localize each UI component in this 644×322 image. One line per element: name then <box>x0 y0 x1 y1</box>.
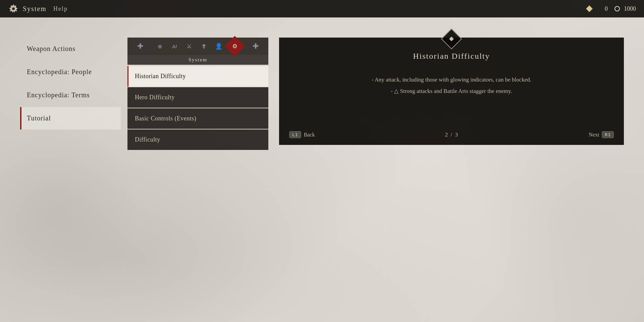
detail-title: Historian Difficulty <box>292 52 610 61</box>
menu-list: Historian Difficulty Hero Difficulty Bas… <box>127 66 268 150</box>
next-button-label: Next <box>589 132 599 138</box>
next-key-badge: R1 <box>602 131 614 138</box>
menu-item-hero-difficulty[interactable]: Hero Difficulty <box>127 87 268 108</box>
tab-icon-ai[interactable]: AI <box>168 40 180 52</box>
topbar-system-label: System <box>23 5 47 13</box>
detail-footer: L1 Back 2 / 3 Next R1 <box>279 131 624 138</box>
currency1-value: 0 <box>594 5 608 12</box>
sidebar-item-label: Tutorial <box>27 114 51 122</box>
back-key-badge: L1 <box>289 131 301 138</box>
sidebar-item-label: Encyclopedia: People <box>27 68 92 76</box>
menu-item-label: Hero Difficulty <box>135 94 175 101</box>
menu-item-basic-controls[interactable]: Basic Controls (Events) <box>127 108 268 129</box>
top-bar-left: System Help <box>8 3 68 14</box>
menu-item-label: Difficulty <box>135 136 160 143</box>
detail-content: - Any attack, including those with glowi… <box>292 74 610 97</box>
tab-icon-sword[interactable]: ⚔ <box>183 40 195 52</box>
topbar-help-label: Help <box>53 5 68 12</box>
detail-line-2: - △ Strong attacks and Battle Arts stagg… <box>292 86 610 97</box>
nav-left-button[interactable]: ✚ <box>134 40 146 52</box>
tab-icons-row: ✚ ⊕ AI ⚔ 🗡 👤 ⚙ ✚ <box>127 38 268 55</box>
top-bar-right: 0 1000 <box>587 5 636 12</box>
sidebar-item-encyclopedia-people[interactable]: Encyclopedia: People <box>20 61 121 83</box>
sidebar-item-encyclopedia-terms[interactable]: Encyclopedia: Terms <box>20 84 121 106</box>
menu-item-label: Historian Difficulty <box>135 73 186 79</box>
main-content: Weapon Actions Encyclopedia: People Ency… <box>0 17 644 322</box>
currency-group-2: 1000 <box>614 5 636 12</box>
currency2-value: 1000 <box>623 5 636 12</box>
sidebar-item-label: Encyclopedia: Terms <box>27 91 90 99</box>
detail-diamond-decoration <box>444 32 459 46</box>
diamond-icon <box>586 5 593 12</box>
tab-active-system[interactable]: ⚙ <box>226 38 244 55</box>
top-bar: System Help 0 1000 <box>0 0 644 17</box>
tab-icon-person[interactable]: 👤 <box>213 40 225 52</box>
sidebar-item-label: Weapon Actions <box>27 45 75 53</box>
back-button-label: Back <box>304 132 315 138</box>
menu-item-historian-difficulty[interactable]: Historian Difficulty <box>127 66 268 87</box>
sidebar-item-tutorial[interactable]: Tutorial <box>20 107 121 129</box>
svg-point-0 <box>12 7 15 10</box>
tab-icon-character[interactable]: ⊕ <box>154 40 166 52</box>
next-button-group[interactable]: Next R1 <box>589 131 614 138</box>
circle-currency-icon <box>614 6 620 11</box>
detail-panel: Historian Difficulty - Any attack, inclu… <box>279 38 624 145</box>
sidebar: Weapon Actions Encyclopedia: People Ency… <box>0 38 121 130</box>
tab-label: System <box>127 55 268 65</box>
currency-group-1: 0 <box>587 5 608 12</box>
back-button-group[interactable]: L1 Back <box>289 131 315 138</box>
tab-system-icon: ⚙ <box>232 43 237 50</box>
system-icon <box>8 3 19 14</box>
tab-icon-item[interactable]: 🗡 <box>198 40 210 52</box>
nav-right-button[interactable]: ✚ <box>250 40 262 52</box>
center-panel: ✚ ⊕ AI ⚔ 🗡 👤 ⚙ ✚ System Historian Diffic… <box>127 38 268 151</box>
detail-line-1: - Any attack, including those with glowi… <box>292 74 610 86</box>
menu-item-label: Basic Controls (Events) <box>135 115 196 122</box>
page-indicator: 2 / 3 <box>445 131 459 138</box>
menu-item-difficulty[interactable]: Difficulty <box>127 129 268 150</box>
sidebar-item-weapon-actions[interactable]: Weapon Actions <box>20 38 121 60</box>
